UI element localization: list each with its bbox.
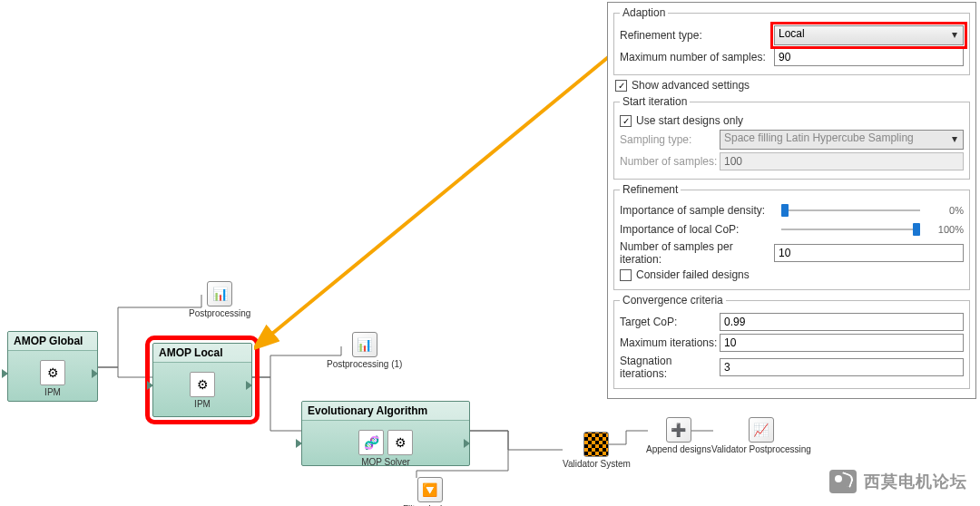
checker-icon <box>583 432 609 457</box>
slider-imp-cop[interactable] <box>781 221 920 238</box>
tool-label: Validator Postprocessing <box>711 444 811 454</box>
tool-label: Postprocessing <box>189 308 250 318</box>
legend-refinement: Refinement <box>620 183 681 196</box>
tool-label: Append designs <box>646 444 711 454</box>
filter-icon: 🔽 <box>417 477 443 502</box>
node-sublabel: IPM <box>153 399 251 413</box>
svg-line-0 <box>268 50 617 337</box>
legend-convergence: Convergence criteria <box>620 294 726 307</box>
label-refinement-type: Refinement type: <box>620 29 774 42</box>
select-refinement-type[interactable]: Local <box>774 25 964 45</box>
node-title: AMOP Global <box>8 332 97 351</box>
watermark: 西莫电机论坛 <box>829 470 967 493</box>
chart-icon: 📊 <box>207 281 232 307</box>
label-sampling-type: Sampling type: <box>620 133 720 146</box>
label-max-iter: Maximum iterations: <box>620 336 720 349</box>
gear-icon: ⚙ <box>387 430 413 455</box>
slider-imp-density[interactable] <box>781 202 920 219</box>
group-refinement: Refinement Importance of sample density:… <box>613 183 970 290</box>
label-max-samples: Maximum number of samples: <box>620 51 774 63</box>
label-num-samples: Number of samples: <box>620 155 720 168</box>
input-num-samples <box>720 152 964 170</box>
group-adaption: Adaption Refinement type: Local Maximum … <box>613 6 970 75</box>
input-target-cop[interactable] <box>720 313 964 331</box>
tool-postprocessing[interactable]: 📊 Postprocessing <box>189 281 250 318</box>
output-port[interactable] <box>246 381 252 390</box>
checkbox-consider-failed[interactable] <box>620 269 632 281</box>
output-port[interactable] <box>92 369 98 378</box>
node-sublabel: IPM <box>8 387 97 401</box>
input-stag-iter[interactable] <box>720 358 964 376</box>
label-use-start: Use start designs only <box>636 114 743 127</box>
chart-icon: 📈 <box>749 417 774 443</box>
gear-icon: ⚙ <box>190 372 215 397</box>
select-sampling-type: Space filling Latin Hypercube Sampling <box>720 130 964 150</box>
tool-validator-postprocessing[interactable]: 📈 Validator Postprocessing <box>711 417 811 454</box>
output-port[interactable] <box>464 439 470 448</box>
workflow-canvas: AMOP Global ⚙ IPM 📊 Postprocessing AMOP … <box>0 0 980 506</box>
group-start-iteration: Start iteration ✓ Use start designs only… <box>613 95 970 180</box>
gear-icon: ⚙ <box>40 360 65 385</box>
input-num-per-iter[interactable] <box>774 244 964 262</box>
node-sublabel: MOP Solver <box>302 457 469 471</box>
label-imp-cop: Importance of local CoP: <box>620 223 774 236</box>
tool-label: Validator System <box>563 459 631 469</box>
label-target-cop: Target CoP: <box>620 316 720 328</box>
group-convergence: Convergence criteria Target CoP: Maximum… <box>613 294 970 389</box>
label-consider-failed: Consider failed designs <box>636 268 750 281</box>
label-show-advanced: Show advanced settings <box>632 79 750 92</box>
append-icon: ➕ <box>666 417 691 443</box>
callout-arrow-icon <box>254 45 635 354</box>
input-port[interactable] <box>296 439 302 448</box>
node-title: AMOP Local <box>153 344 251 363</box>
value-imp-cop: 100% <box>927 224 964 235</box>
input-max-samples[interactable] <box>774 48 964 66</box>
settings-panel: Adaption Refinement type: Local Maximum … <box>607 2 976 399</box>
tool-validator-system[interactable]: Validator System <box>563 432 631 469</box>
label-stag-iter: Stagnation iterations: <box>620 355 720 380</box>
dna-icon: 🧬 <box>358 430 384 455</box>
tool-label: Postprocessing (1) <box>327 359 402 369</box>
input-port[interactable] <box>2 369 8 378</box>
node-title: Evolutionary Algorithm <box>302 402 469 421</box>
checkbox-use-start[interactable]: ✓ <box>620 115 632 127</box>
label-num-per-iter: Number of samples per iteration: <box>620 240 774 266</box>
node-amop-global[interactable]: AMOP Global ⚙ IPM <box>7 331 98 402</box>
legend-start-iteration: Start iteration <box>620 95 690 108</box>
value-imp-density: 0% <box>927 205 964 216</box>
tool-append-designs[interactable]: ➕ Append designs <box>646 417 711 454</box>
wechat-icon <box>829 470 857 493</box>
label-imp-density: Importance of sample density: <box>620 204 774 217</box>
checkbox-show-advanced[interactable]: ✓ <box>615 80 627 92</box>
tool-filter-designs[interactable]: 🔽 Filter designs <box>403 477 456 506</box>
legend-adaption: Adaption <box>620 6 668 19</box>
node-amop-local[interactable]: AMOP Local ⚙ IPM <box>152 343 252 417</box>
watermark-text: 西莫电机论坛 <box>864 471 967 492</box>
node-evolutionary-algorithm[interactable]: Evolutionary Algorithm 🧬 ⚙ MOP Solver <box>301 401 470 466</box>
input-max-iter[interactable] <box>720 334 964 352</box>
input-port[interactable] <box>147 381 153 390</box>
